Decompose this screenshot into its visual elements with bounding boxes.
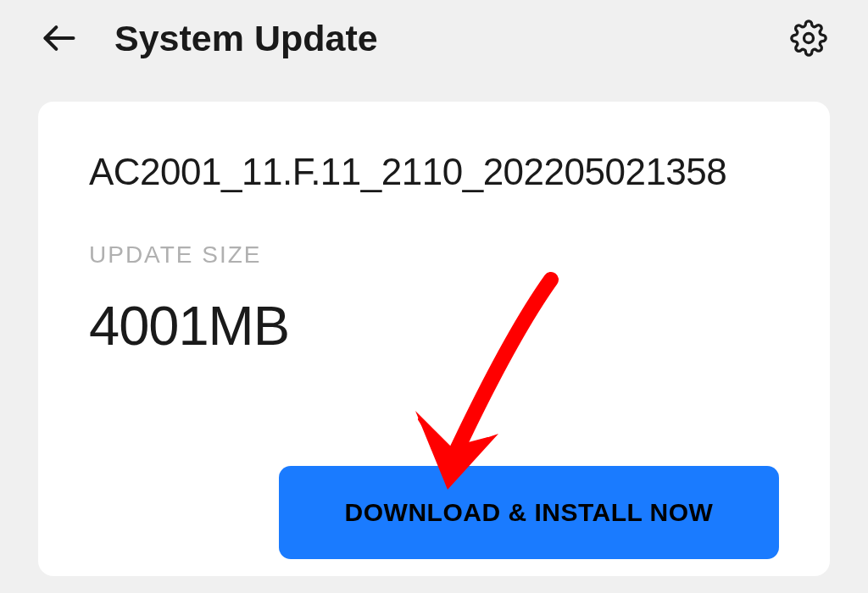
page-title: System Update bbox=[114, 18, 787, 59]
back-arrow-icon[interactable] bbox=[38, 17, 81, 59]
download-install-button[interactable]: DOWNLOAD & INSTALL NOW bbox=[279, 466, 779, 559]
gear-icon[interactable] bbox=[787, 17, 830, 59]
update-card: AC2001_11.F.11_2110_202205021358 UPDATE … bbox=[38, 102, 830, 576]
svg-point-1 bbox=[804, 34, 814, 43]
update-size-label: UPDATE SIZE bbox=[89, 241, 779, 269]
update-size-value: 4001MB bbox=[89, 294, 779, 357]
build-version-text: AC2001_11.F.11_2110_202205021358 bbox=[89, 148, 779, 195]
header-bar: System Update bbox=[0, 0, 868, 76]
